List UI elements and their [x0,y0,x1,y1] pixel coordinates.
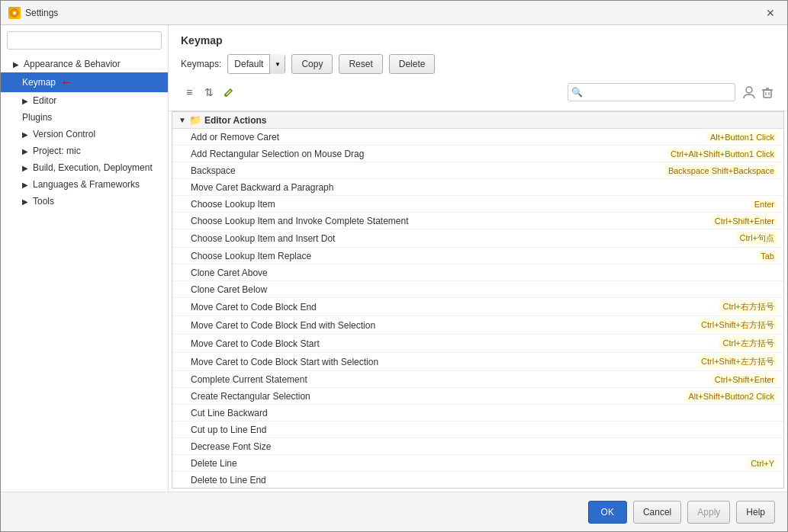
settings-window: Settings ✕ ▶ Appearance & Behavior Keyma… [0,0,788,532]
sidebar-item-tools[interactable]: ▶ Tools [1,193,168,210]
row-label: Clone Caret Above [191,268,777,278]
cancel-button[interactable]: Cancel [633,501,681,524]
table-row[interactable]: Delete to Line End [172,472,783,489]
chevron-right-icon: ▶ [22,164,28,172]
sort-desc-button[interactable]: ⇅ [201,84,217,101]
collapse-icon[interactable]: ▼ [179,116,186,124]
keymaps-label: Keymaps: [181,59,221,69]
title-bar: Settings ✕ [1,1,787,25]
sort-asc-button[interactable]: ≡ [181,84,198,101]
table-row[interactable]: Complete Current StatementCtrl+Shift+Ent… [172,371,783,388]
sidebar-item-label: Editor [33,95,56,106]
chevron-right-icon: ▶ [22,181,28,189]
row-label: Add or Remove Caret [191,132,701,143]
sidebar-item-keymap[interactable]: Keymap ← [1,72,168,92]
row-label: Choose Lookup Item and Insert Dot [191,233,730,244]
sidebar-item-build[interactable]: ▶ Build, Execution, Deployment [1,159,168,176]
table-row[interactable]: Move Caret to Code Block End with Select… [172,316,783,335]
sidebar-item-editor[interactable]: ▶ Editor [1,92,168,109]
svg-point-1 [13,11,16,14]
row-shortcut: Ctrl+Y [748,458,777,469]
keymaps-row: Keymaps: Default ▼ Copy Reset Delete [181,54,775,74]
row-label: Add Rectangular Selection on Mouse Drag [191,149,661,159]
search-box: 🔍 [568,83,735,101]
table-row[interactable]: BackspaceBackspace Shift+Backspace [172,162,783,179]
trash-icon[interactable] [760,85,775,100]
section-label: Editor Actions [204,115,267,126]
table-row[interactable]: Move Caret to Code Block EndCtrl+右方括号 [172,298,783,316]
table-row[interactable]: Move Caret to Code Block StartCtrl+左方括号 [172,335,783,353]
page-title: Keymap [181,34,775,46]
row-shortcut: Alt+Shift+Button2 Click [685,391,777,402]
row-label: Move Caret Backward a Paragraph [191,182,777,193]
table-row[interactable]: Choose Lookup Item and Invoke Complete S… [172,213,783,229]
row-label: Move Caret to Code Block Start [191,338,713,349]
title-bar-left: Settings [8,7,58,19]
sidebar-item-label: Keymap [22,77,56,88]
delete-button[interactable]: Delete [389,54,436,74]
reset-button[interactable]: Reset [339,54,382,74]
apply-button[interactable]: Apply [687,501,730,524]
sidebar-item-label: Plugins [22,112,52,123]
sidebar-item-vcs[interactable]: ▶ Version Control [1,126,168,143]
ok-button[interactable]: OK [588,501,627,524]
keymaps-dropdown-button[interactable]: ▼ [269,54,285,74]
table-row[interactable]: Choose Lookup ItemEnter [172,196,783,213]
main-panel: Keymap Keymaps: Default ▼ Copy Reset Del… [169,25,787,492]
row-label: Choose Lookup Item Replace [191,251,751,261]
table-row[interactable]: Choose Lookup Item ReplaceTab [172,248,783,264]
table-row[interactable]: Cut up to Line End [172,421,783,438]
row-label: Cut Line Backward [191,408,777,418]
row-label: Choose Lookup Item and Invoke Complete S… [191,216,706,226]
sidebar-item-label: Languages & Frameworks [33,179,140,190]
sidebar-item-label: Tools [33,196,54,207]
svg-point-4 [746,87,752,93]
row-label: Delete Line [191,458,741,469]
table-row[interactable]: Move Caret to Code Block Start with Sele… [172,353,783,371]
table-row[interactable]: Delete LineCtrl+Y [172,455,783,472]
sidebar-item-appearance[interactable]: ▶ Appearance & Behavior [1,56,168,72]
chevron-right-icon: ▶ [22,97,28,105]
rows-container: Add or Remove CaretAlt+Button1 ClickAdd … [172,129,783,489]
row-label: Move Caret to Code Block End [191,302,713,312]
help-button[interactable]: Help [736,501,775,524]
row-label: Clone Caret Below [191,284,777,295]
person-icon [741,85,757,100]
sidebar-item-project[interactable]: ▶ Project: mic [1,143,168,159]
row-shortcut: Alt+Button1 Click [707,132,777,143]
table-row[interactable]: Clone Caret Below [172,281,783,298]
table-row[interactable]: Decrease Font Size [172,438,783,455]
row-shortcut: Ctrl+Shift+右方括号 [698,319,777,332]
table-row[interactable]: Cut Line Backward [172,405,783,421]
row-label: Create Rectangular Selection [191,391,679,402]
sidebar-item-languages[interactable]: ▶ Languages & Frameworks [1,176,168,193]
red-arrow-icon: ← [60,75,72,89]
row-shortcut: Ctrl+Shift+左方括号 [698,355,777,368]
content-area: ▶ Appearance & Behavior Keymap ← ▶ Edito… [1,25,787,492]
copy-button[interactable]: Copy [291,54,333,74]
row-shortcut: Ctrl+Shift+Enter [712,374,777,385]
sidebar-item-label: Build, Execution, Deployment [33,162,153,173]
table-row[interactable]: Choose Lookup Item and Insert DotCtrl+句点 [172,229,783,248]
toolbar: ≡ ⇅ 🔍 [181,80,775,104]
edit-button[interactable] [220,84,237,101]
table-row[interactable]: Add or Remove CaretAlt+Button1 Click [172,129,783,146]
window-title: Settings [25,8,58,18]
row-label: Choose Lookup Item [191,199,745,210]
table-row[interactable]: Clone Caret Above [172,264,783,281]
sidebar-item-plugins[interactable]: Plugins [1,109,168,126]
table-row[interactable]: Add Rectangular Selection on Mouse DragC… [172,146,783,162]
table-row[interactable]: Create Rectangular SelectionAlt+Shift+Bu… [172,388,783,405]
row-shortcut: Tab [757,251,777,261]
sidebar-search-input[interactable] [7,31,162,50]
app-icon [8,7,21,19]
keymaps-select[interactable]: Default ▼ [227,54,285,74]
row-label: Backspace [191,165,659,176]
avatar-icons [741,85,775,100]
search-input[interactable] [583,88,732,97]
close-button[interactable]: ✕ [761,5,780,21]
row-shortcut: Ctrl+右方括号 [719,300,777,313]
svg-rect-5 [764,90,771,98]
table-row[interactable]: Move Caret Backward a Paragraph [172,179,783,196]
row-label: Move Caret to Code Block End with Select… [191,320,692,331]
